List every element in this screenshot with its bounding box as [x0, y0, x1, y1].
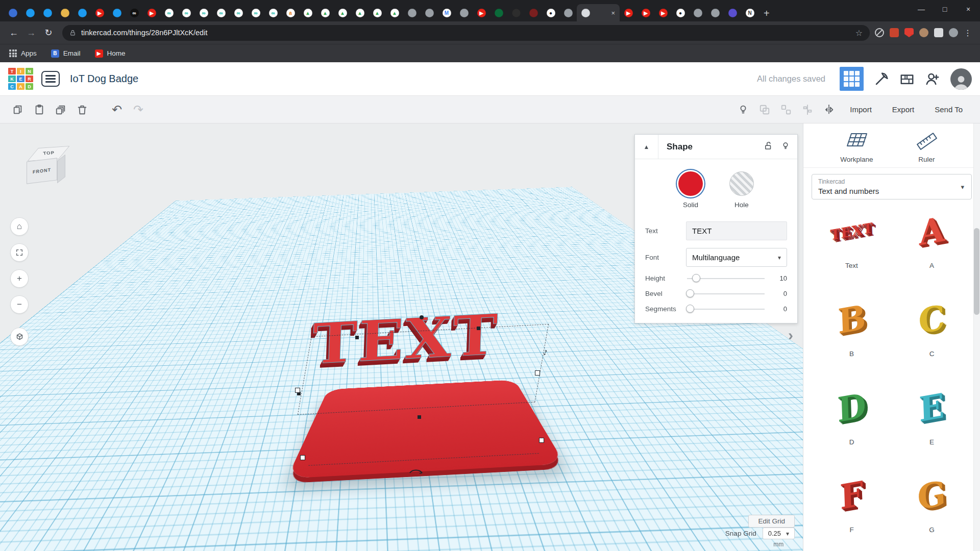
- browser-tab[interactable]: ▶: [473, 4, 490, 21]
- red-extension-icon[interactable]: [890, 28, 899, 37]
- browser-tab[interactable]: ●: [542, 4, 559, 21]
- user-avatar[interactable]: [950, 68, 972, 90]
- bookmark-home[interactable]: ▶ Home: [95, 49, 126, 58]
- forward-button[interactable]: →: [22, 24, 40, 41]
- height-slider-knob[interactable]: [692, 274, 700, 282]
- browser-tab[interactable]: [490, 4, 507, 21]
- hole-swatch[interactable]: [729, 171, 754, 196]
- browser-tab[interactable]: ∞: [126, 4, 143, 21]
- shape-item-f[interactable]: FF: [815, 471, 889, 551]
- round-extension-icon[interactable]: [919, 28, 928, 37]
- browser-tab-active[interactable]: ×: [577, 4, 620, 21]
- browser-tab[interactable]: ∞: [264, 4, 282, 21]
- browser-tab[interactable]: ●: [672, 4, 689, 21]
- shape-item-c[interactable]: CC: [895, 295, 969, 375]
- browser-tab[interactable]: ▶: [620, 4, 637, 21]
- redo-icon[interactable]: ↷: [128, 99, 149, 120]
- perspective-toggle-button[interactable]: [10, 328, 29, 346]
- browser-tab[interactable]: ▶: [654, 4, 672, 21]
- ungroup-icon[interactable]: [775, 99, 797, 120]
- browser-tab[interactable]: a: [282, 4, 299, 21]
- browser-tab[interactable]: N: [741, 4, 758, 21]
- shield-extension-icon[interactable]: 1: [904, 28, 914, 37]
- mirror-icon[interactable]: [818, 99, 840, 120]
- blocker-extension-icon[interactable]: [875, 28, 884, 37]
- add-person-icon[interactable]: [925, 71, 940, 87]
- zoom-in-button[interactable]: +: [10, 269, 29, 288]
- sidebar-collapse-chevron[interactable]: ›: [788, 327, 793, 344]
- browser-tab[interactable]: ∞: [247, 4, 264, 21]
- browser-tab[interactable]: [706, 4, 724, 21]
- duplicate-icon[interactable]: [50, 99, 71, 120]
- browser-tab[interactable]: [21, 4, 39, 21]
- window-close-button[interactable]: ×: [957, 0, 980, 18]
- profile-icon[interactable]: [949, 28, 958, 37]
- fit-view-button[interactable]: [10, 243, 29, 262]
- window-minimize-button[interactable]: —: [910, 0, 933, 18]
- bookmark-apps[interactable]: Apps: [9, 49, 37, 57]
- shape-item-g[interactable]: GG: [895, 471, 969, 551]
- browser-tab[interactable]: ▲: [351, 4, 369, 21]
- browser-tab[interactable]: [689, 4, 706, 21]
- browser-tab[interactable]: ∞: [230, 4, 247, 21]
- edit-grid-button[interactable]: Edit Grid: [748, 515, 795, 528]
- design-title[interactable]: IoT Dog Badge: [70, 73, 138, 85]
- segments-slider-knob[interactable]: [686, 305, 694, 313]
- browser-tab[interactable]: [559, 4, 577, 21]
- back-button[interactable]: ←: [5, 24, 22, 41]
- browser-tab[interactable]: [39, 4, 56, 21]
- browser-tab[interactable]: [421, 4, 438, 21]
- browser-tab[interactable]: ▶: [637, 4, 654, 21]
- window-maximize-button[interactable]: □: [933, 0, 957, 18]
- zoom-out-button[interactable]: −: [10, 295, 29, 314]
- bookmark-star-icon[interactable]: ☆: [855, 28, 863, 38]
- view-cube[interactable]: TOP FRONT: [22, 144, 74, 193]
- browser-tab[interactable]: [108, 4, 126, 21]
- browser-tab[interactable]: ▲: [386, 4, 403, 21]
- font-select[interactable]: Multilanguage ▾: [686, 248, 787, 267]
- browser-tab[interactable]: M: [438, 4, 455, 21]
- export-button[interactable]: Export: [882, 105, 924, 114]
- corner-handle[interactable]: [535, 370, 540, 375]
- edge-handle[interactable]: [355, 336, 359, 339]
- solid-option[interactable]: Solid: [678, 171, 703, 209]
- browser-tab[interactable]: [74, 4, 91, 21]
- copy-icon[interactable]: [7, 99, 29, 120]
- browser-tab[interactable]: ▲: [316, 4, 334, 21]
- undo-icon[interactable]: ↶: [106, 99, 128, 120]
- sidebar-scrollbar[interactable]: [973, 123, 980, 551]
- blocks-view-button[interactable]: [840, 67, 864, 91]
- shape-item-b[interactable]: BB: [815, 295, 889, 375]
- tinkercad-logo[interactable]: TINKERCAD: [8, 68, 33, 90]
- home-view-button[interactable]: ⌂: [10, 217, 29, 236]
- shape-item-d[interactable]: DD: [815, 383, 889, 463]
- send-to-button[interactable]: Send To: [924, 105, 973, 114]
- snap-grid-select[interactable]: 0.25 ▾: [763, 528, 795, 539]
- browser-tab[interactable]: ∞: [160, 4, 178, 21]
- edge-handle[interactable]: [418, 415, 421, 419]
- browser-tab[interactable]: [403, 4, 421, 21]
- corner-handle[interactable]: [539, 438, 544, 443]
- text-input[interactable]: TEXT: [686, 221, 787, 240]
- browser-tab[interactable]: ▲: [334, 4, 351, 21]
- bevel-slider[interactable]: [687, 293, 765, 294]
- solid-swatch[interactable]: [678, 171, 703, 196]
- edge-handle[interactable]: [477, 327, 480, 330]
- shape-item-text[interactable]: TEXTText: [815, 207, 889, 287]
- show-all-icon[interactable]: [732, 99, 754, 120]
- tab-close-icon[interactable]: ×: [611, 9, 615, 17]
- corner-handle[interactable]: [295, 388, 300, 393]
- workplane-tool[interactable]: Workplane: [822, 131, 892, 163]
- height-slider[interactable]: [687, 278, 765, 279]
- ruler-tool[interactable]: Ruler: [892, 131, 962, 163]
- new-tab-button[interactable]: +: [764, 8, 770, 18]
- shape-item-a[interactable]: AA: [895, 207, 969, 287]
- shape-category-dropdown[interactable]: Tinkercad Text and numbers ▾: [812, 174, 972, 199]
- group-icon[interactable]: [754, 99, 775, 120]
- hide-shape-icon[interactable]: [781, 141, 790, 153]
- browser-tab[interactable]: [4, 4, 21, 21]
- shape-item-e[interactable]: EE: [895, 383, 969, 463]
- browser-tab[interactable]: ▶: [143, 4, 160, 21]
- corner-handle[interactable]: [300, 455, 305, 460]
- browser-tab[interactable]: ▲: [299, 4, 316, 21]
